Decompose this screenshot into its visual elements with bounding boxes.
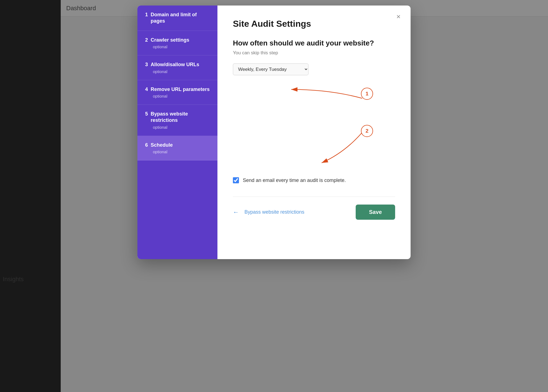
nav-subtitle-6: optional <box>153 149 210 154</box>
annotation-circle-1: 1 <box>361 88 373 100</box>
nav-number-5: 5 <box>145 111 148 117</box>
nav-number-1: 1 <box>145 12 148 18</box>
nav-number-2: 2 <box>145 37 148 43</box>
email-checkbox[interactable] <box>233 177 239 183</box>
nav-item-3[interactable]: 3 Allow/disallow URLs optional <box>137 55 217 80</box>
nav-number-4: 4 <box>145 86 148 93</box>
nav-number-6: 6 <box>145 142 148 148</box>
nav-title-5: Bypass website restrictions <box>151 111 210 124</box>
nav-subtitle-2: optional <box>153 44 210 49</box>
email-checkbox-label[interactable]: Send an email every time an audit is com… <box>243 178 346 183</box>
nav-title-1: Domain and limit of pages <box>151 12 210 25</box>
modal-dialog: 1 Domain and limit of pages 2 Crawler se… <box>137 6 411 259</box>
modal-title: Site Audit Settings <box>233 19 395 29</box>
close-button[interactable]: × <box>394 12 403 21</box>
modal-overlay: 1 Domain and limit of pages 2 Crawler se… <box>0 0 548 392</box>
nav-title-4: Remove URL parameters <box>151 86 210 93</box>
nav-item-1[interactable]: 1 Domain and limit of pages <box>137 6 217 31</box>
nav-title-6: Schedule <box>151 142 173 148</box>
nav-title-3: Allow/disallow URLs <box>151 61 199 68</box>
save-button[interactable]: Save <box>356 205 395 220</box>
nav-subtitle-3: optional <box>153 69 210 74</box>
section-heading: How often should we audit your website? <box>233 39 395 47</box>
annotation-circle-2: 2 <box>361 125 373 137</box>
section-subtitle: You can skip this step <box>233 50 395 56</box>
nav-subtitle-5: optional <box>153 125 210 130</box>
nav-subtitle-4: optional <box>153 94 210 98</box>
nav-title-2: Crawler settings <box>151 37 189 43</box>
modal-footer: ← Bypass website restrictions Save <box>233 197 395 220</box>
schedule-select[interactable]: Weekly, Every TuesdayDailyWeekly, Every … <box>233 63 308 75</box>
annotation-area: 1 2 <box>233 78 395 172</box>
nav-item-5[interactable]: 5 Bypass website restrictions optional <box>137 105 217 136</box>
nav-item-4[interactable]: 4 Remove URL parameters optional <box>137 80 217 105</box>
nav-number-3: 3 <box>145 61 148 68</box>
back-arrow-icon: ← <box>233 209 239 216</box>
nav-item-2[interactable]: 2 Crawler settings optional <box>137 31 217 55</box>
modal-content: × Site Audit Settings How often should w… <box>217 6 411 259</box>
back-link-label: Bypass website restrictions <box>244 209 304 215</box>
back-link[interactable]: Bypass website restrictions <box>244 209 304 215</box>
modal-nav: 1 Domain and limit of pages 2 Crawler se… <box>137 6 217 259</box>
email-notification-row: Send an email every time an audit is com… <box>233 177 395 183</box>
nav-item-6[interactable]: 6 Schedule optional <box>137 136 217 160</box>
